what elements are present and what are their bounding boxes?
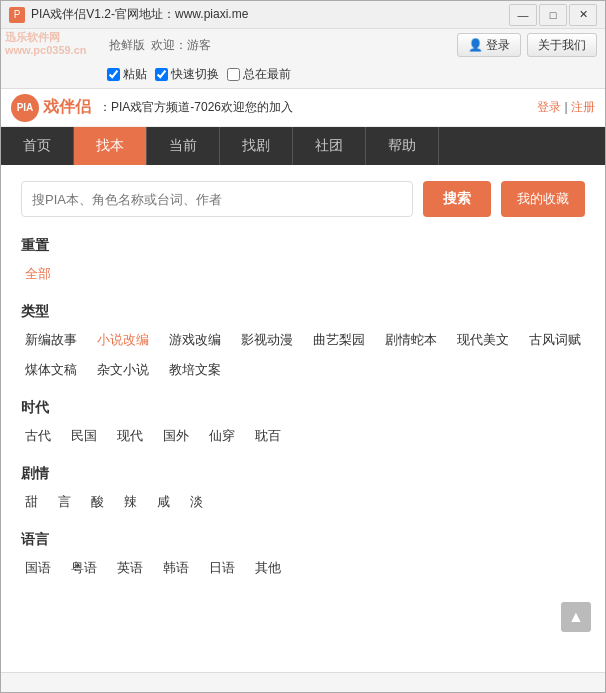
filter-quyi[interactable]: 曲艺梨园 <box>309 329 369 351</box>
pia-logo-text: 戏伴侣 <box>43 97 91 118</box>
filter-japanese[interactable]: 日语 <box>205 557 239 579</box>
pia-logo-circle: PIA <box>11 94 39 122</box>
search-input-wrap[interactable] <box>21 181 413 217</box>
filter-essay-novel[interactable]: 杂文小说 <box>93 359 153 381</box>
filter-fantasy[interactable]: 仙穿 <box>205 425 239 447</box>
filter-classical-poetry[interactable]: 古风词赋 <box>525 329 585 351</box>
main-content: 搜索 我的收藏 重置 全部 类型 新编故事 小说改编 游戏改编 影视动漫 曲艺梨… <box>1 165 605 672</box>
version-label: 抢鲜版 <box>109 37 145 54</box>
language-title: 语言 <box>21 531 585 549</box>
filter-english[interactable]: 英语 <box>113 557 147 579</box>
minimize-button[interactable]: — <box>509 4 537 26</box>
filter-light[interactable]: 淡 <box>186 491 207 513</box>
paste-checkbox[interactable] <box>107 68 120 81</box>
always-top-checkbox-label[interactable]: 总在最前 <box>227 66 291 83</box>
filter-other-lang[interactable]: 其他 <box>251 557 285 579</box>
fast-switch-checkbox[interactable] <box>155 68 168 81</box>
tab-community[interactable]: 社团 <box>293 127 366 165</box>
era-section: 时代 古代 民国 现代 国外 仙穿 耽百 <box>21 399 585 447</box>
filter-game-adaptation[interactable]: 游戏改编 <box>165 329 225 351</box>
channel-bar: PIA 戏伴侣 ：PIA戏官方频道-7026欢迎您的加入 登录 | 注册 <box>1 89 605 127</box>
search-button[interactable]: 搜索 <box>423 181 491 217</box>
filter-new-story[interactable]: 新编故事 <box>21 329 81 351</box>
filter-plot-script[interactable]: 剧情蛇本 <box>381 329 441 351</box>
nav-tabs: 首页 找本 当前 找剧 社团 帮助 <box>1 127 605 165</box>
collect-button[interactable]: 我的收藏 <box>501 181 585 217</box>
filter-cantonese[interactable]: 粤语 <box>67 557 101 579</box>
filter-sour[interactable]: 酸 <box>87 491 108 513</box>
plot-title: 剧情 <box>21 465 585 483</box>
plot-items: 甜 言 酸 辣 咸 淡 <box>21 491 585 513</box>
window-title: PIA戏伴侣V1.2-官网地址：www.piaxi.me <box>31 6 509 23</box>
filter-novel-adaptation[interactable]: 小说改编 <box>93 329 153 351</box>
fast-switch-checkbox-label[interactable]: 快速切换 <box>155 66 219 83</box>
filter-all[interactable]: 全部 <box>21 263 55 285</box>
filter-republic[interactable]: 民国 <box>67 425 101 447</box>
toolbar-row1: 抢鲜版 欢迎：游客 👤 登录 关于我们 <box>1 29 605 61</box>
filter-film-anime[interactable]: 影视动漫 <box>237 329 297 351</box>
maximize-button[interactable]: □ <box>539 4 567 26</box>
language-section: 语言 国语 粤语 英语 韩语 日语 其他 <box>21 531 585 579</box>
language-items: 国语 粤语 英语 韩语 日语 其他 <box>21 557 585 579</box>
filter-ancient[interactable]: 古代 <box>21 425 55 447</box>
filter-education[interactable]: 教培文案 <box>165 359 225 381</box>
type-title: 类型 <box>21 303 585 321</box>
welcome-label: 欢迎：游客 <box>151 37 211 54</box>
tab-find-drama[interactable]: 找剧 <box>220 127 293 165</box>
search-area: 搜索 我的收藏 <box>21 181 585 217</box>
filter-spoken[interactable]: 言 <box>54 491 75 513</box>
titlebar: P PIA戏伴侣V1.2-官网地址：www.piaxi.me — □ ✕ <box>1 1 605 29</box>
tab-current[interactable]: 当前 <box>147 127 220 165</box>
channel-links: 登录 | 注册 <box>537 99 595 116</box>
register-link[interactable]: 注册 <box>571 100 595 114</box>
scroll-top-button[interactable]: ▲ <box>561 602 591 632</box>
era-title: 时代 <box>21 399 585 417</box>
login-icon: 👤 <box>468 38 483 52</box>
filter-korean[interactable]: 韩语 <box>159 557 193 579</box>
reset-items: 全部 <box>21 263 585 285</box>
type-section: 类型 新编故事 小说改编 游戏改编 影视动漫 曲艺梨园 剧情蛇本 现代美文 古风… <box>21 303 585 381</box>
close-button[interactable]: ✕ <box>569 4 597 26</box>
toolbar-row2: 粘贴 快速切换 总在最前 <box>1 61 605 87</box>
filter-modern[interactable]: 现代 <box>113 425 147 447</box>
plot-section: 剧情 甜 言 酸 辣 咸 淡 <box>21 465 585 513</box>
era-items: 古代 民国 现代 国外 仙穿 耽百 <box>21 425 585 447</box>
tab-find-script[interactable]: 找本 <box>74 127 147 165</box>
always-top-checkbox[interactable] <box>227 68 240 81</box>
reset-title: 重置 <box>21 237 585 255</box>
app-icon: P <box>9 7 25 23</box>
login-button[interactable]: 👤 登录 <box>457 33 521 57</box>
search-input[interactable] <box>32 192 402 207</box>
tab-help[interactable]: 帮助 <box>366 127 439 165</box>
pia-logo: PIA 戏伴侣 <box>11 94 91 122</box>
reset-section: 重置 全部 <box>21 237 585 285</box>
filter-salty[interactable]: 咸 <box>153 491 174 513</box>
window-controls: — □ ✕ <box>509 4 597 26</box>
type-items: 新编故事 小说改编 游戏改编 影视动漫 曲艺梨园 剧情蛇本 现代美文 古风词赋 … <box>21 329 585 381</box>
filter-spicy[interactable]: 辣 <box>120 491 141 513</box>
tab-home[interactable]: 首页 <box>1 127 74 165</box>
main-window: P PIA戏伴侣V1.2-官网地址：www.piaxi.me — □ ✕ 迅乐软… <box>0 0 606 693</box>
filter-mandarin[interactable]: 国语 <box>21 557 55 579</box>
filter-danmei[interactable]: 耽百 <box>251 425 285 447</box>
watermark: 迅乐软件网 www.pc0359.cn <box>5 31 87 57</box>
statusbar <box>1 672 605 692</box>
filter-sweet[interactable]: 甜 <box>21 491 42 513</box>
filter-modern-prose[interactable]: 现代美文 <box>453 329 513 351</box>
filter-media-script[interactable]: 煤体文稿 <box>21 359 81 381</box>
channel-title: ：PIA戏官方频道-7026欢迎您的加入 <box>99 99 537 116</box>
login-link[interactable]: 登录 <box>537 100 561 114</box>
paste-checkbox-label[interactable]: 粘贴 <box>107 66 147 83</box>
about-button[interactable]: 关于我们 <box>527 33 597 57</box>
toolbar: 迅乐软件网 www.pc0359.cn 抢鲜版 欢迎：游客 👤 登录 关于我们 … <box>1 29 605 89</box>
filter-foreign[interactable]: 国外 <box>159 425 193 447</box>
